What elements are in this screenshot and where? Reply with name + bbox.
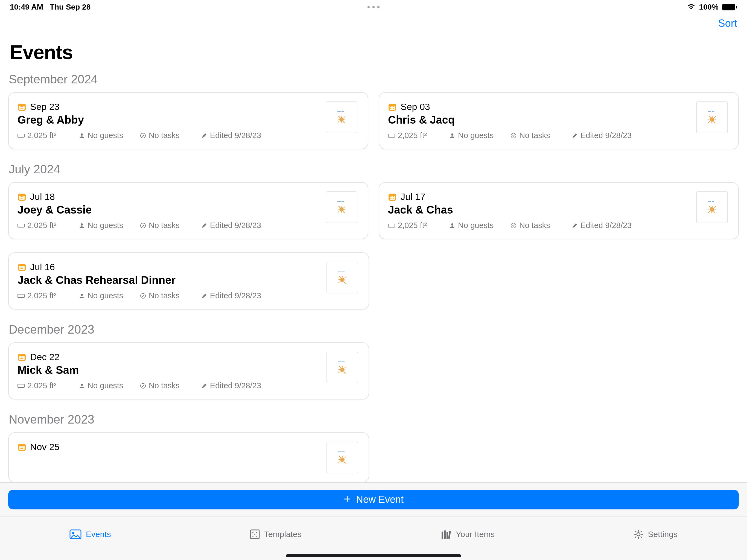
svg-point-56: [140, 294, 146, 298]
svg-rect-62: [20, 358, 21, 359]
multitask-dots-icon[interactable]: [367, 6, 380, 8]
svg-rect-32: [18, 224, 24, 227]
svg-rect-75: [22, 448, 23, 449]
guests-meta: No guests: [449, 131, 511, 140]
event-card[interactable]: Jul 17 Jack & Chas 2,025 ft² No guests N…: [379, 182, 739, 239]
area-meta: 2,025 ft²: [18, 131, 79, 140]
event-date: Jul 16: [30, 262, 55, 272]
svg-rect-26: [20, 196, 21, 197]
event-card[interactable]: Nov 25: [8, 432, 369, 482]
status-left: 10:49 AM Thu Sep 28: [10, 3, 91, 11]
svg-point-55: [81, 294, 83, 296]
svg-rect-6: [22, 106, 23, 107]
svg-rect-43: [388, 224, 395, 227]
svg-rect-54: [18, 294, 24, 298]
svg-point-81: [252, 536, 254, 537]
calendar-icon: [388, 193, 397, 201]
status-bar: 10:49 AM Thu Sep 28 100%: [0, 0, 747, 14]
event-card[interactable]: Jul 18 Joey & Cassie 2,025 ft² No guests…: [8, 182, 368, 239]
svg-point-66: [81, 384, 83, 386]
event-row: Dec 22 Mick & Sam 2,025 ft² No guests No…: [8, 342, 739, 400]
edited-meta: Edited 9/28/23: [201, 131, 261, 140]
event-name: Joey & Cassie: [18, 204, 319, 216]
event-thumbnail: [327, 262, 358, 294]
svg-rect-60: [21, 357, 22, 357]
event-date: Sep 23: [30, 101, 60, 112]
home-indicator[interactable]: [286, 554, 461, 557]
svg-rect-10: [18, 134, 24, 137]
event-date: Jul 18: [30, 192, 55, 202]
svg-rect-5: [21, 106, 22, 107]
svg-rect-49: [21, 266, 22, 268]
event-thumbnail: [326, 192, 357, 223]
event-thumbnail: [696, 101, 728, 133]
tab-templates[interactable]: Templates: [250, 529, 302, 539]
svg-rect-74: [21, 448, 22, 449]
svg-rect-61: [22, 357, 23, 357]
wifi-icon: [687, 4, 696, 10]
new-event-button[interactable]: New Event: [8, 490, 739, 509]
svg-point-80: [256, 532, 257, 533]
tab-settings[interactable]: Settings: [634, 529, 677, 539]
svg-point-33: [81, 223, 83, 226]
svg-rect-53: [22, 268, 23, 269]
event-row: Jul 16 Jack & Chas Rehearsal Dinner 2,02…: [8, 252, 739, 309]
event-name: Jack & Chas Rehearsal Dinner: [18, 274, 320, 286]
event-card[interactable]: Sep 03 Chris & Jacq 2,025 ft² No guests …: [379, 92, 739, 149]
calendar-icon: [18, 263, 26, 272]
svg-rect-31: [22, 198, 23, 199]
svg-rect-59: [20, 357, 21, 357]
svg-rect-28: [22, 196, 23, 197]
svg-rect-29: [20, 198, 21, 199]
tab-your-items[interactable]: Your Items: [440, 529, 495, 539]
svg-rect-52: [21, 268, 22, 269]
calendar-icon: [388, 103, 397, 111]
tab-events[interactable]: Events: [70, 529, 111, 539]
sort-button[interactable]: Sort: [718, 18, 737, 29]
svg-rect-85: [444, 531, 446, 539]
svg-rect-71: [21, 447, 22, 447]
event-row: Sep 23 Greg & Abby 2,025 ft² No guests N…: [8, 92, 739, 149]
event-card[interactable]: Sep 23 Greg & Abby 2,025 ft² No guests N…: [8, 92, 368, 149]
event-name: Chris & Jacq: [388, 114, 690, 126]
svg-rect-37: [390, 196, 391, 197]
guests-meta: No guests: [79, 131, 140, 140]
svg-rect-21: [388, 134, 395, 137]
calendar-icon: [18, 103, 26, 111]
status-time: 10:49 AM: [10, 3, 43, 11]
svg-point-88: [637, 533, 640, 536]
calendar-icon: [18, 353, 26, 361]
section-title: December 2023: [9, 323, 739, 336]
svg-rect-18: [390, 108, 391, 108]
events-scroll[interactable]: September 2024 Sep 23 Greg & Abby 2,025 …: [0, 73, 747, 482]
section-title: September 2024: [9, 73, 739, 86]
event-thumbnail: [326, 101, 357, 133]
tab-label: Events: [86, 530, 111, 539]
svg-rect-1: [736, 6, 737, 8]
svg-line-94: [641, 536, 642, 538]
event-card[interactable]: Jul 16 Jack & Chas Rehearsal Dinner 2,02…: [8, 252, 369, 309]
svg-rect-7: [20, 108, 21, 108]
plus-icon: [343, 494, 351, 505]
event-date: Dec 22: [30, 352, 60, 362]
svg-point-77: [72, 532, 74, 534]
svg-rect-51: [20, 268, 21, 269]
bottom-area: New Event Events Templates Your Items: [0, 482, 747, 560]
svg-rect-20: [393, 108, 394, 108]
event-card[interactable]: Dec 22 Mick & Sam 2,025 ft² No guests No…: [8, 342, 369, 400]
svg-rect-87: [448, 531, 451, 539]
svg-rect-17: [393, 106, 394, 107]
svg-rect-70: [20, 447, 21, 447]
svg-point-83: [254, 534, 255, 535]
event-date: Nov 25: [30, 441, 60, 452]
edited-meta: Edited 9/28/23: [572, 131, 632, 140]
svg-rect-86: [446, 532, 448, 539]
svg-point-34: [140, 223, 146, 228]
battery-pct: 100%: [699, 3, 719, 11]
new-event-label: New Event: [356, 494, 404, 505]
event-row: Jul 18 Joey & Cassie 2,025 ft² No guests…: [8, 182, 739, 239]
svg-rect-8: [21, 108, 22, 108]
svg-rect-41: [391, 198, 392, 199]
svg-rect-38: [391, 196, 392, 197]
area-meta: 2,025 ft²: [388, 131, 449, 140]
